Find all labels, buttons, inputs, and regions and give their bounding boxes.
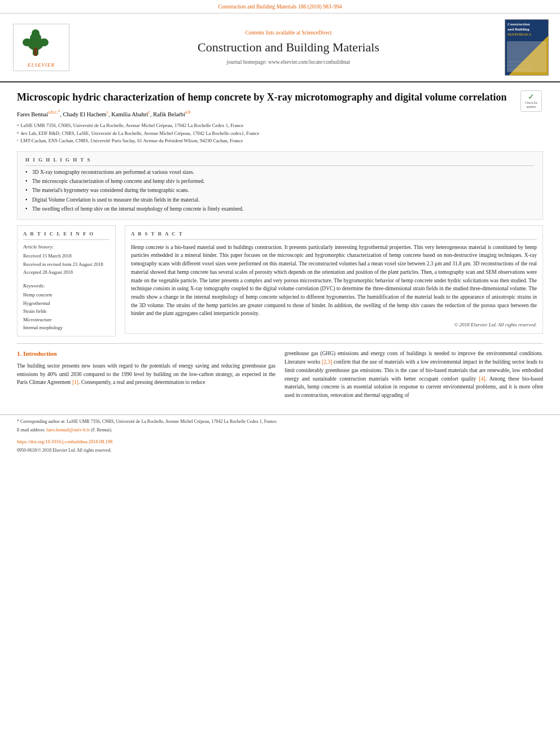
author-fares: Fares Bennai	[17, 111, 48, 117]
keyword-3: Strain fields	[23, 307, 110, 315]
keywords-list: Hemp concrete Hygrothermal Strain fields…	[23, 291, 110, 331]
section-divider	[17, 343, 543, 344]
issn-text: 0950-0618/© 2018 Elsevier Ltd. All right…	[17, 447, 543, 453]
sciencedirect-name: ScienceDirect	[301, 30, 331, 36]
keyword-2: Hygrothermal	[23, 299, 110, 307]
svg-point-4	[23, 38, 32, 46]
check-for-updates-badge: ✓ Check for updates	[520, 90, 543, 113]
highlight-4: Digital Volume Correlation is used to me…	[25, 196, 535, 204]
page: Construction and Building Materials 188 …	[0, 0, 560, 747]
introduction-section: 1. Introduction The building sector pres…	[17, 350, 543, 399]
abstract-box: A B S T R A C T Hemp concrete is a bio-b…	[125, 225, 543, 334]
abstract-label: A B S T R A C T	[131, 230, 537, 240]
abstract-text: Hemp concrete is a bio-based material us…	[131, 243, 537, 318]
citation-23: [2,3]	[322, 359, 332, 365]
citation-1: [1]	[72, 379, 78, 385]
highlights-label: H I G H L I G H T S	[25, 156, 535, 166]
intro-col-left: 1. Introduction The building sector pres…	[17, 350, 275, 399]
accepted-date: Accepted 28 August 2018	[23, 268, 110, 276]
svg-point-5	[40, 38, 49, 46]
info-abstract-row: A R T I C L E I N F O Article history: R…	[17, 225, 543, 337]
journal-cover: Construction and Building MATERIALS ————…	[505, 19, 550, 76]
info-dates: Received 15 March 2018 Received in revis…	[23, 252, 110, 276]
elsevier-brand-text: ELSEVIER	[16, 62, 67, 69]
highlight-3: The material's hygrometry was considered…	[25, 187, 535, 194]
author-kamilia: Kamilia Abahri	[111, 111, 148, 117]
intro-heading: 1. Introduction	[17, 350, 275, 358]
journal-cover-box: Construction and Building MATERIALS ————…	[505, 19, 549, 76]
affiliation-b: b 4ev Lab, EDF R&D, CNRS, LaSIE, Univers…	[17, 130, 513, 137]
highlights-list: 3D X-ray tomography reconstructions are …	[25, 169, 535, 213]
svg-rect-6	[34, 47, 37, 56]
elsevier-tree-icon	[16, 27, 55, 58]
check-badge-inner: ✓ Check for updates	[520, 90, 542, 112]
article-title-text: Microscopic hydric characterization of h…	[17, 90, 513, 147]
citation-4: [4]	[479, 376, 485, 382]
highlight-5: The swelling effect of hemp shiv on the …	[25, 206, 535, 213]
affiliation-a: a LaSIE UMR 7356, CNRS, Université de La…	[17, 122, 513, 129]
cover-title: Construction and Building MATERIALS	[508, 22, 546, 37]
email-address: fares.bennail@univ-lr.fr	[46, 427, 90, 433]
journal-title: Construction and Building Materials	[78, 39, 499, 56]
check-badge-label: Check for updates	[521, 101, 541, 109]
highlight-2: The microscopic characterization of hemp…	[25, 178, 535, 185]
keyword-5: Internal morphology	[23, 324, 110, 331]
svg-point-3	[32, 29, 40, 37]
sciencedirect-link: Contents lists available at ScienceDirec…	[78, 29, 499, 37]
elsevier-logo-box: ELSEVIER	[13, 24, 69, 71]
article-info-col: A R T I C L E I N F O Article history: R…	[17, 225, 116, 337]
main-content: Microscopic hydric characterization of h…	[0, 82, 560, 405]
doi-section: https://doi.org/10.1016/j.conbuildma.201…	[17, 437, 543, 445]
history-label: Article history:	[23, 243, 110, 251]
received-date: Received 15 March 2018	[23, 252, 110, 260]
highlights-section: H I G H L I G H T S 3D X-ray tomography …	[17, 151, 543, 220]
author-chady: Chady El Hachem	[63, 111, 106, 117]
email-suffix: (F. Bennai).	[91, 427, 112, 433]
intro-col-right: greenhouse gas (GHG) emissions and energ…	[285, 350, 543, 399]
corresponding-author-note: * Corresponding author at: LaSIE UMR 735…	[17, 418, 543, 425]
journal-reference-bar: Construction and Building Materials 188 …	[0, 0, 560, 14]
footnote-area: * Corresponding author at: LaSIE UMR 735…	[0, 414, 560, 454]
authors: Fares Bennaia,b,c,*, Chady El Hachemc, K…	[17, 109, 513, 119]
doi-link[interactable]: https://doi.org/10.1016/j.conbuildma.201…	[17, 439, 112, 444]
cover-text-small: ————————— ————————— —————————	[507, 60, 546, 71]
keyword-1: Hemp concrete	[23, 291, 110, 299]
keyword-4: Microstructure	[23, 316, 110, 324]
article-info-label: A R T I C L E I N F O	[23, 230, 110, 240]
journal-center: Contents lists available at ScienceDirec…	[78, 29, 499, 66]
affiliation-c: c LMT-Cachan, ENS Cachan, CNRS, Universi…	[17, 137, 513, 145]
keywords-label: Keywords:	[23, 282, 110, 290]
abstract-col: A B S T R A C T Hemp concrete is a bio-b…	[125, 225, 543, 337]
elsevier-logo: ELSEVIER	[10, 24, 72, 71]
article-info-box: A R T I C L E I N F O Article history: R…	[17, 225, 116, 337]
intro-text-right: greenhouse gas (GHG) emissions and energ…	[285, 350, 543, 399]
intro-text-left: The building sector presents new issues …	[17, 362, 275, 387]
journal-homepage: journal homepage: www.elsevier.com/locat…	[78, 59, 499, 66]
article-title-section: Microscopic hydric characterization of h…	[17, 90, 543, 147]
author-rafik: Rafik Belarbi	[153, 111, 185, 117]
abstract-copyright: © 2018 Elsevier Ltd. All rights reserved…	[131, 321, 537, 329]
highlight-1: 3D X-ray tomography reconstructions are …	[25, 169, 535, 176]
revised-date: Received in revised form 23 August 2018	[23, 260, 110, 268]
email-footnote: E-mail address: fares.bennail@univ-lr.fr…	[17, 427, 543, 434]
journal-reference: Construction and Building Materials 188 …	[218, 4, 342, 10]
article-main-title: Microscopic hydric characterization of h…	[17, 90, 513, 104]
check-icon: ✓	[528, 93, 535, 101]
email-label: E-mail address:	[17, 427, 45, 433]
journal-header: ELSEVIER Contents lists available at Sci…	[0, 14, 560, 82]
affiliations: a LaSIE UMR 7356, CNRS, Université de La…	[17, 122, 513, 145]
